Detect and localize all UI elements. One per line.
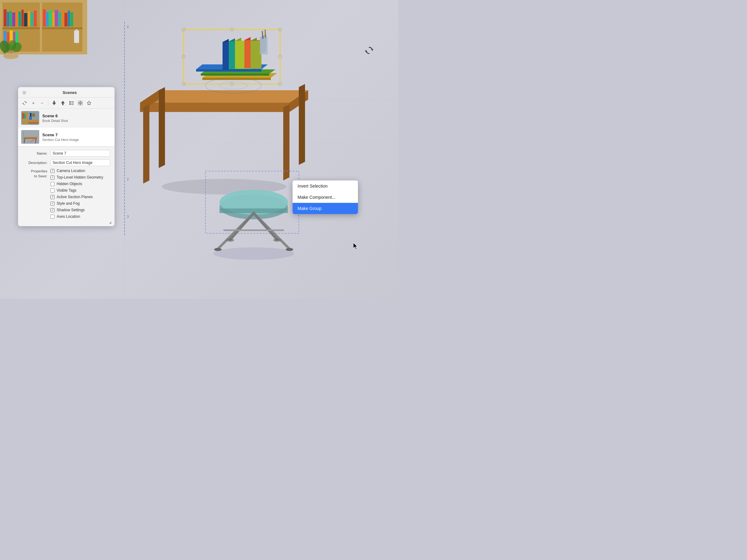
svg-rect-14	[4, 9, 6, 26]
scene-settings-button[interactable]	[85, 100, 93, 106]
active-section-planes-checkbox[interactable]: ✓	[50, 195, 54, 199]
svg-rect-16	[10, 11, 12, 26]
hidden-objects-checkbox[interactable]	[50, 182, 54, 186]
axes-location-label: Axes Location	[57, 214, 80, 219]
camera-location-row: ✓ Camera Location	[50, 169, 103, 173]
svg-rect-32	[43, 9, 46, 26]
shadow-settings-row: ✓ Shadow Settings	[50, 208, 103, 212]
context-menu: Invert Selection Make Component... Make …	[292, 181, 358, 214]
svg-marker-123	[52, 103, 56, 105]
top-level-hidden-geometry-label: Top-Level Hidden Geometry	[57, 175, 103, 180]
scene-thumb-6	[21, 111, 39, 125]
properties-to-save-label: Propertiesto Save:	[22, 169, 50, 179]
scene-6-desc: Book Detail Shot	[42, 119, 111, 123]
remove-scene-button[interactable]: −	[38, 100, 46, 106]
top-level-hidden-geometry-row: ✓ Top-Level Hidden Geometry	[50, 175, 103, 180]
svg-rect-20	[22, 10, 24, 26]
svg-rect-38	[61, 11, 64, 26]
svg-rect-41	[70, 12, 73, 26]
scene-item-7[interactable]: Scene 7 Section Cut Hero Image	[18, 128, 114, 146]
svg-rect-142	[25, 113, 26, 118]
active-section-planes-row: ✓ Active Section Planes	[50, 195, 103, 199]
scene-6-name: Scene 6	[42, 113, 111, 118]
svg-rect-141	[24, 113, 25, 118]
axes-location-checkbox[interactable]	[50, 215, 54, 219]
name-row: Name:	[22, 150, 110, 157]
svg-rect-34	[49, 10, 52, 26]
move-scene-down-button[interactable]	[51, 100, 58, 106]
svg-rect-11	[42, 2, 82, 52]
svg-rect-42	[74, 30, 79, 43]
visible-tags-row: Visible Tags	[50, 188, 103, 193]
svg-marker-150	[28, 122, 38, 124]
scenes-panel-header: Scenes	[18, 87, 114, 98]
properties-to-save-row: Propertiesto Save: ✓ Camera Location ✓ T…	[22, 169, 110, 219]
svg-rect-134	[81, 101, 82, 103]
scene-list-view-button[interactable]	[68, 100, 75, 106]
svg-marker-137	[87, 101, 91, 105]
name-input[interactable]	[50, 150, 110, 157]
scene-grid-view-button[interactable]	[77, 100, 84, 106]
svg-marker-155	[24, 138, 37, 139]
svg-marker-119	[371, 49, 374, 50]
style-and-fog-row: ✓ Style and Fog	[50, 201, 103, 206]
viewport-rotate-icon[interactable]	[365, 46, 374, 57]
scene-7-name: Scene 7	[42, 133, 111, 137]
svg-rect-132	[71, 104, 74, 105]
panel-resize-handle[interactable]: ◢	[109, 220, 112, 224]
svg-rect-12	[2, 27, 40, 29]
scenes-toolbar: + −	[18, 98, 114, 109]
svg-marker-121	[26, 102, 27, 103]
plant-pot	[0, 41, 28, 59]
book-stack-selected	[165, 26, 296, 107]
svg-rect-36	[55, 10, 58, 26]
svg-rect-149	[35, 114, 37, 118]
svg-marker-89	[260, 37, 268, 54]
svg-rect-136	[81, 103, 82, 105]
svg-rect-146	[30, 113, 31, 117]
description-label: Description:	[22, 161, 50, 165]
scenes-panel-close-button[interactable]	[22, 91, 26, 95]
svg-marker-120	[365, 50, 367, 52]
active-section-planes-check-icon: ✓	[51, 195, 54, 198]
visible-tags-label: Visible Tags	[57, 188, 77, 193]
description-input[interactable]	[50, 159, 110, 166]
style-and-fog-checkbox[interactable]: ✓	[50, 202, 54, 206]
svg-rect-33	[46, 12, 49, 26]
description-row: Description:	[22, 159, 110, 166]
axes-location-row: Axes Location	[50, 214, 103, 219]
svg-rect-127	[70, 101, 71, 102]
top-level-hidden-geometry-checkbox[interactable]: ✓	[50, 176, 54, 180]
invert-selection-menu-item[interactable]: Invert Selection	[292, 181, 358, 192]
shadow-settings-label: Shadow Settings	[57, 208, 85, 212]
scene-item-6[interactable]: Scene 6 Book Detail Shot	[18, 109, 114, 128]
svg-marker-75	[201, 74, 269, 76]
scene-7-info: Scene 7 Section Cut Hero Image	[42, 133, 111, 141]
svg-rect-23	[30, 12, 33, 26]
scene-6-info: Scene 6 Book Detail Shot	[42, 113, 111, 123]
hidden-objects-label: Hidden Objects	[57, 182, 82, 186]
camera-location-checkbox[interactable]: ✓	[50, 169, 54, 173]
svg-rect-128	[70, 103, 71, 104]
svg-marker-55	[299, 84, 305, 165]
make-group-menu-item[interactable]: Make Group	[292, 203, 358, 214]
svg-point-93	[205, 78, 261, 93]
svg-rect-40	[68, 10, 70, 26]
visible-tags-checkbox[interactable]	[50, 189, 54, 193]
refresh-button[interactable]	[21, 100, 28, 106]
top-level-hidden-geometry-check-icon: ✓	[51, 176, 54, 179]
svg-rect-22	[28, 11, 30, 26]
svg-rect-13	[42, 27, 82, 29]
svg-marker-125	[61, 101, 65, 103]
move-scene-up-button[interactable]	[59, 100, 66, 106]
svg-rect-15	[7, 12, 9, 26]
add-scene-button[interactable]: +	[30, 100, 37, 106]
svg-rect-24	[34, 10, 37, 26]
svg-rect-133	[78, 101, 80, 103]
scene-thumb-7	[21, 130, 39, 144]
svg-marker-154	[24, 137, 38, 138]
active-section-planes-label: Active Section Planes	[57, 195, 93, 199]
make-component-menu-item[interactable]: Make Component...	[292, 192, 358, 203]
svg-marker-87	[251, 41, 261, 69]
shadow-settings-checkbox[interactable]: ✓	[50, 208, 54, 212]
